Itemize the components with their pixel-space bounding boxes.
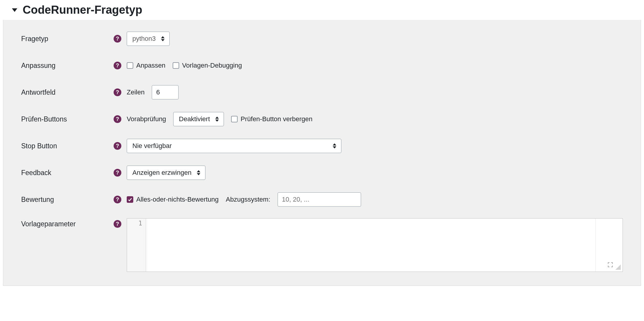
help-icon[interactable]: ? <box>114 196 121 203</box>
select-fragetyp[interactable]: python3 <box>127 32 170 46</box>
chevron-updown-icon <box>161 36 165 41</box>
label-anpassung: Anpassung <box>21 62 114 70</box>
help-icon[interactable]: ? <box>114 35 121 43</box>
code-editor-gutter: 1 <box>127 219 145 272</box>
help-icon[interactable]: ? <box>114 142 121 150</box>
checkbox-box <box>127 62 133 69</box>
section-title: CodeRunner-Fragetyp <box>23 4 142 16</box>
label-vorlageparameter: Vorlageparameter <box>21 218 114 228</box>
chevron-updown-icon <box>197 170 200 175</box>
select-vorabpruefung-value: Deaktiviert <box>179 115 210 123</box>
help-icon[interactable]: ? <box>114 169 121 177</box>
label-vorabpruefung: Vorabprüfung <box>127 115 166 123</box>
label-zeilen: Zeilen <box>127 88 145 96</box>
help-icon[interactable]: ? <box>114 115 121 123</box>
checkbox-box <box>231 116 238 122</box>
code-editor-body[interactable] <box>145 219 623 272</box>
select-fragetyp-value: python3 <box>132 35 156 43</box>
help-icon[interactable]: ? <box>114 220 121 228</box>
checkbox-alles-oder-nichts-label: Alles-oder-nichts-Bewertung <box>136 196 219 203</box>
input-zeilen[interactable] <box>152 85 179 99</box>
resize-grip-icon[interactable] <box>615 264 621 270</box>
section-collapse-toggle[interactable] <box>12 8 17 12</box>
line-number: 1 <box>128 220 142 227</box>
checkbox-vorlagen-debugging[interactable]: Vorlagen-Debugging <box>173 62 242 69</box>
label-antwortfeld: Antwortfeld <box>21 88 114 96</box>
label-fragetyp: Fragetyp <box>21 35 114 43</box>
chevron-updown-icon <box>215 117 219 122</box>
help-icon[interactable]: ? <box>114 62 121 69</box>
section-body: Fragetyp ? python3 Anpassung ? Anpassen … <box>3 20 641 286</box>
select-vorabpruefung[interactable]: Deaktiviert <box>173 112 224 126</box>
help-icon[interactable]: ? <box>114 88 121 96</box>
checkbox-anpassen-label: Anpassen <box>136 62 165 69</box>
input-abzugssystem[interactable] <box>278 192 361 207</box>
checkbox-box <box>127 196 133 203</box>
label-pruefen-buttons: Prüfen-Buttons <box>21 115 114 123</box>
select-stop-button[interactable]: Nie verfügbar <box>127 139 341 153</box>
fullscreen-icon[interactable] <box>607 261 614 270</box>
checkbox-debugging-label: Vorlagen-Debugging <box>182 62 242 69</box>
checkbox-box <box>173 62 179 69</box>
checkbox-pruefen-verbergen-label: Prüfen-Button verbergen <box>241 115 312 123</box>
select-feedback[interactable]: Anzeigen erzwingen <box>127 166 205 180</box>
label-feedback: Feedback <box>21 169 114 177</box>
checkbox-anpassen[interactable]: Anpassen <box>127 62 165 69</box>
label-bewertung: Bewertung <box>21 196 114 204</box>
select-feedback-value: Anzeigen erzwingen <box>132 169 191 177</box>
checkbox-pruefen-verbergen[interactable]: Prüfen-Button verbergen <box>231 115 312 123</box>
chevron-updown-icon <box>333 144 336 149</box>
label-stop-button: Stop Button <box>21 142 114 150</box>
code-editor-margin-line <box>595 219 596 272</box>
select-stop-button-value: Nie verfügbar <box>132 142 172 150</box>
label-abzugssystem: Abzugssystem: <box>226 196 270 203</box>
checkbox-alles-oder-nichts[interactable]: Alles-oder-nichts-Bewertung <box>127 196 219 203</box>
code-editor-vorlageparameter[interactable]: 1 <box>127 218 623 272</box>
